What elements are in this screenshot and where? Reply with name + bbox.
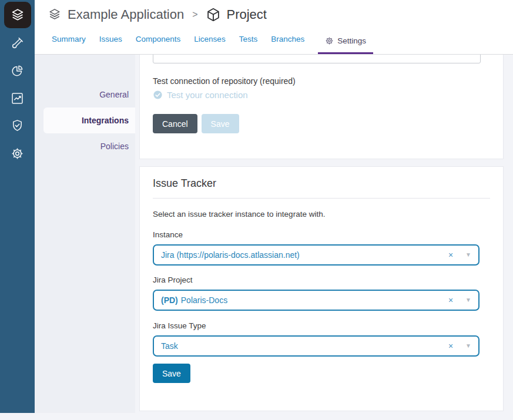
app-logo[interactable] [4, 2, 31, 28]
clear-icon[interactable]: × [448, 342, 453, 350]
gear-icon [325, 36, 334, 45]
shield-check-icon[interactable] [11, 119, 24, 132]
tab-settings[interactable]: Settings [318, 32, 373, 54]
divider [153, 198, 490, 199]
layers-icon [9, 7, 26, 23]
breadcrumb-project[interactable]: Project [226, 7, 266, 22]
breadcrumb-separator: > [192, 9, 197, 20]
cube-icon [206, 7, 221, 22]
tab-components[interactable]: Components [136, 30, 181, 54]
issue-tracker-title: Issue Tracker [153, 177, 490, 190]
main-content: Test connection of repository (required)… [139, 55, 504, 411]
test-connection-link[interactable]: Test your connection [153, 90, 490, 100]
tab-licenses[interactable]: Licenses [194, 30, 225, 54]
repository-form-actions: Cancel Save [153, 114, 490, 133]
tab-settings-label: Settings [337, 36, 366, 45]
save-button-disabled[interactable]: Save [202, 114, 239, 133]
jira-issue-type-select[interactable]: Task × ▼ [153, 335, 480, 357]
test-connection-text: Test your connection [167, 90, 248, 100]
jira-project-key: (PD) [161, 295, 178, 305]
nav-item-policies[interactable]: Policies [35, 133, 135, 159]
jira-project-name: Polaris-Docs [181, 295, 227, 305]
instance-select[interactable]: Jira (https://polaris-docs.atlassian.net… [153, 244, 480, 266]
jira-project-value: (PD)Polaris-Docs [161, 295, 448, 305]
tab-tests[interactable]: Tests [239, 30, 258, 54]
jira-issue-type-label: Jira Issue Type [153, 321, 490, 331]
instance-label: Instance [153, 230, 490, 240]
settings-nav: General Integrations Policies [35, 55, 135, 413]
jira-issue-type-value: Task [161, 341, 448, 351]
nav-item-integrations[interactable]: Integrations [43, 107, 135, 133]
clear-icon[interactable]: × [448, 296, 453, 304]
trend-chart-icon[interactable] [11, 92, 24, 105]
repository-form-card: Test connection of repository (required)… [139, 55, 504, 159]
chevron-down-icon[interactable]: ▼ [465, 252, 471, 258]
pie-chart-icon[interactable] [11, 64, 24, 78]
save-button[interactable]: Save [153, 364, 190, 383]
issue-tracker-card: Issue Tracker Select an issue tracker in… [139, 166, 504, 411]
chevron-down-icon[interactable]: ▼ [465, 343, 471, 349]
page-header: Example Application > Project Summary Is… [35, 0, 513, 55]
repository-url-input[interactable] [153, 55, 481, 63]
instance-value: Jira (https://polaris-docs.atlassian.net… [161, 250, 448, 260]
gear-icon[interactable] [11, 147, 24, 160]
check-circle-icon [153, 90, 163, 100]
project-tabs: Summary Issues Components Licenses Tests… [52, 30, 373, 54]
nav-item-general[interactable]: General [35, 82, 135, 107]
tab-branches[interactable]: Branches [271, 30, 304, 54]
breadcrumb-application[interactable]: Example Application [68, 7, 184, 22]
app-sidebar [0, 0, 35, 413]
breadcrumb: Example Application > Project [47, 5, 267, 24]
cancel-button[interactable]: Cancel [153, 114, 197, 133]
layers-icon [47, 7, 62, 22]
test-tube-icon[interactable] [11, 36, 24, 50]
chevron-down-icon[interactable]: ▼ [465, 297, 471, 303]
tab-summary[interactable]: Summary [52, 30, 86, 54]
jira-project-label: Jira Project [153, 275, 490, 285]
clear-icon[interactable]: × [448, 251, 453, 259]
tab-issues[interactable]: Issues [99, 30, 122, 54]
issue-tracker-description: Select an issue tracker instance to inte… [153, 210, 490, 219]
jira-project-select[interactable]: (PD)Polaris-Docs × ▼ [153, 290, 480, 311]
